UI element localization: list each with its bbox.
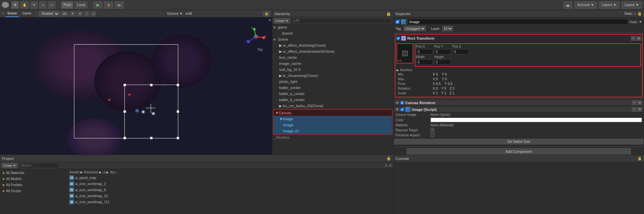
handle-bm[interactable]: [150, 137, 153, 139]
hand-tool-button[interactable]: ✋: [20, 1, 29, 9]
layers-button[interactable]: Layers ▼: [599, 1, 619, 9]
project-search-input[interactable]: [19, 163, 59, 168]
hierarchy-item-battle-b[interactable]: battle_b_center: [272, 97, 393, 103]
handle-tl[interactable]: [123, 84, 126, 86]
static-dropdown-icon[interactable]: ▼: [639, 20, 642, 24]
handle-mr[interactable]: [177, 110, 179, 113]
hierarchy-item-down0[interactable]: down0: [272, 30, 393, 36]
layer-select[interactable]: UI: [442, 26, 453, 31]
hierarchy-item-text-cache[interactable]: text_cache: [272, 54, 393, 60]
image-script-menu-button[interactable]: ?: [632, 107, 637, 112]
canvas-renderer-eye-icon[interactable]: 👁: [395, 101, 399, 105]
set-native-size-button[interactable]: Set Native Size: [394, 139, 643, 144]
image-script-enable[interactable]: [401, 108, 404, 111]
pos-z-input[interactable]: [452, 49, 469, 54]
tag-select[interactable]: Untagged: [404, 26, 426, 31]
hierarchy-item-battle-center[interactable]: battle_center: [272, 85, 393, 91]
width-input[interactable]: [416, 59, 433, 65]
hierarchy-item-image-1[interactable]: Image (1): [274, 128, 392, 134]
handle-ml[interactable]: [123, 110, 126, 113]
skybox-button[interactable]: □: [84, 11, 89, 16]
hierarchy-item-image-cache[interactable]: image_cache: [272, 60, 393, 67]
hierarchy-item-photo-light[interactable]: photo_light: [272, 79, 393, 85]
add-component-button[interactable]: Add Component: [407, 148, 631, 155]
hierarchy-item-ui-effect2[interactable]: ▶ ui_effect_zhandoukaishi(Clone): [272, 48, 393, 54]
hierarchy-create-button[interactable]: Create ▼: [274, 18, 290, 24]
tab-scene[interactable]: Scene: [5, 10, 19, 17]
scene-lock-button[interactable]: 🔒: [263, 11, 270, 16]
project-lock-button[interactable]: 🔒: [386, 156, 391, 161]
hierarchy-item-image-child[interactable]: Image: [274, 122, 392, 128]
project-asset-4[interactable]: 🖼 ui_icon_worldmap_10: [68, 193, 392, 199]
project-item-all-models[interactable]: ★ All Models: [1, 176, 66, 182]
account-button[interactable]: Account ▼: [574, 1, 597, 9]
fx-button[interactable]: ✦: [77, 11, 83, 16]
scene-canvas[interactable]: ✦ X Y Z: [0, 17, 272, 155]
hierarchy-item-fx[interactable]: ▶ fx_chuansong(Clone): [272, 73, 393, 79]
project-asset-5[interactable]: 🖼 ui_icon_worldmap_111: [68, 199, 392, 205]
project-sort-icon[interactable]: ⇅: [385, 164, 387, 167]
canvas-renderer-menu-button[interactable]: ?: [632, 100, 637, 105]
layout-button[interactable]: Layout ▼: [621, 1, 642, 9]
object-name-input[interactable]: [408, 19, 628, 25]
canvas-renderer-settings-button[interactable]: ⚙: [637, 100, 642, 105]
hierarchy-item-game[interactable]: ▶ game: [272, 24, 393, 30]
rect-transform-enable[interactable]: [396, 37, 400, 40]
project-item-all-scripts[interactable]: ★ All Scripts: [1, 188, 66, 194]
anchors-foldout[interactable]: ▶ Anchors: [396, 68, 641, 72]
tab-game[interactable]: Game: [20, 10, 33, 17]
fog-button[interactable]: ≈: [91, 11, 96, 16]
rect-transform-settings-button[interactable]: ⚙: [636, 36, 641, 41]
scene-close-button[interactable]: ✕: [268, 18, 271, 23]
hierarchy-item-canvas[interactable]: ▼ Canvas: [274, 110, 392, 116]
pivot-button[interactable]: Pivot: [61, 1, 73, 9]
image-script-settings-button[interactable]: ⚙: [637, 107, 642, 112]
handle-tr[interactable]: [177, 84, 179, 86]
height-input[interactable]: [434, 59, 451, 65]
scale-tool-button[interactable]: ⤡: [39, 1, 46, 9]
step-button[interactable]: ⏭: [115, 1, 124, 9]
project-item-all-materials[interactable]: ★ All Materials: [1, 170, 66, 176]
raycast-checkbox[interactable]: ✓: [430, 128, 434, 132]
hierarchy-item-bo-mx[interactable]: ▶ bo_mx_laohu_03(Clone): [272, 103, 393, 109]
canvas-renderer-enable[interactable]: [401, 101, 404, 104]
hierarchy-item-ui-effect[interactable]: ▶ ui_effect_duizhang(Clone): [272, 42, 393, 48]
hierarchy-item-battle-a[interactable]: battle_a_center: [272, 91, 393, 97]
hierarchy-search-input[interactable]: [291, 18, 392, 24]
handle-tm[interactable]: [150, 84, 153, 86]
gizmos-label[interactable]: Gizmos ▼: [167, 12, 183, 15]
light-button[interactable]: ☀: [70, 11, 76, 16]
anchor-widget[interactable]: left: [396, 43, 413, 63]
static-checkbox[interactable]: □: [634, 12, 636, 15]
inspector-lock-button[interactable]: 🔒: [637, 11, 642, 16]
hierarchy-lock-button[interactable]: 🔒: [386, 11, 391, 16]
hierarchy-item-scene[interactable]: ▶ Scene: [272, 36, 393, 42]
project-item-all-prefabs[interactable]: ★ All Prefabs: [1, 182, 66, 188]
project-asset-2[interactable]: 🖼 ui_icon_worldmap_3: [68, 181, 392, 187]
rotate-tool-button[interactable]: ↺: [30, 1, 38, 9]
preserve-checkbox[interactable]: [430, 133, 434, 137]
hierarchy-item-snd-bg[interactable]: snd_bg_10 9: [272, 67, 393, 73]
project-filter-icon[interactable]: ☰: [389, 164, 392, 167]
project-asset-3[interactable]: 🖼 ui_icon_worldmap_8: [68, 187, 392, 193]
handle-br[interactable]: [177, 137, 179, 139]
project-asset-1[interactable]: 🗺 ui_panel_map: [68, 175, 392, 181]
hierarchy-item-image-parent[interactable]: ▼ Image: [274, 116, 392, 122]
image-script-eye-icon[interactable]: 👁: [395, 108, 399, 112]
realtime-label[interactable]: _Realtime: [272, 135, 393, 140]
object-enable-checkbox[interactable]: [395, 20, 400, 24]
rect-tool-button[interactable]: ▭: [48, 1, 55, 9]
color-preview[interactable]: [430, 118, 642, 122]
project-create-button[interactable]: Create ▼: [1, 163, 17, 168]
pos-y-input[interactable]: [434, 49, 451, 54]
move-tool-button[interactable]: ✥: [11, 1, 19, 9]
twod-button[interactable]: 2D: [61, 11, 68, 16]
local-button[interactable]: Local: [75, 1, 87, 9]
pause-button[interactable]: ⏸: [104, 1, 113, 9]
console-lock-button[interactable]: 🔒: [637, 156, 642, 161]
rect-transform-menu-button[interactable]: ?: [631, 36, 636, 41]
cloud-button[interactable]: ☁: [563, 1, 572, 9]
play-button[interactable]: ▶: [93, 1, 103, 9]
pos-x-input[interactable]: [416, 49, 433, 54]
shaded-select[interactable]: Shaded: [39, 11, 60, 17]
